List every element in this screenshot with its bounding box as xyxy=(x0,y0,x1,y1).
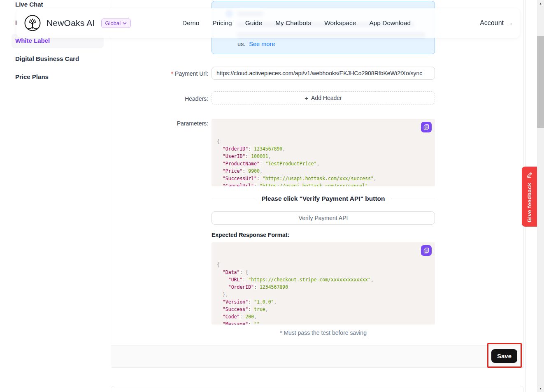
parameters-label: Parameters: xyxy=(111,120,208,127)
nav-item-guide[interactable]: Guide xyxy=(245,19,262,27)
expected-response-label: Expected Response Format: xyxy=(212,232,289,238)
copy-parameters-button[interactable] xyxy=(421,122,432,132)
sidebar-item-white-label[interactable]: White Label xyxy=(15,37,50,44)
region-selector[interactable]: Global xyxy=(101,19,131,28)
parameters-code-block: { "OrderID": 1234567890, "UserID": 10000… xyxy=(212,119,435,186)
card-footer: Save xyxy=(111,345,523,367)
settings-sidebar: Live Chat I White Label Digital Business… xyxy=(0,0,111,392)
sidebar-item-live-chat[interactable]: Live Chat xyxy=(15,1,43,8)
nav-item-my-chatbots[interactable]: My Chatbots xyxy=(275,19,311,27)
reminder-text-end: us. xyxy=(237,41,245,47)
scrollbar-thumb[interactable] xyxy=(537,36,544,128)
newoaks-tree-logo xyxy=(24,14,41,32)
reminder-text: us.See more xyxy=(237,41,275,47)
account-link[interactable]: Account → xyxy=(480,8,513,38)
copy-icon xyxy=(423,124,429,130)
arrow-right-icon: → xyxy=(507,19,513,27)
add-header-label: Add Header xyxy=(311,95,342,101)
add-header-button[interactable]: + Add Header xyxy=(212,91,435,104)
response-code-block: { "Data": { "URL": "https://checkout.str… xyxy=(212,242,435,325)
headers-label: Headers: xyxy=(111,95,208,102)
sidebar-item-price-plans[interactable]: Price Plans xyxy=(15,73,49,80)
give-feedback-label: Give feedback xyxy=(526,183,532,223)
vertical-scrollbar[interactable]: ▲ ▼ xyxy=(537,0,544,392)
save-button[interactable]: Save xyxy=(491,349,517,363)
nav-item-demo[interactable]: Demo xyxy=(182,19,199,27)
nav-item-app-download[interactable]: App Download xyxy=(369,19,411,27)
nav-item-workspace[interactable]: Workspace xyxy=(324,19,356,27)
chevron-down-icon xyxy=(123,22,127,25)
nav-item-pricing[interactable]: Pricing xyxy=(212,19,232,27)
payment-url-label: *Payment Url: xyxy=(111,70,208,77)
save-note: * Must pass the test before saving xyxy=(212,329,435,336)
verify-divider: Please click "Verify Payment API" button xyxy=(212,195,435,202)
see-more-link[interactable]: See more xyxy=(249,41,275,47)
brand-name: NewOaks AI xyxy=(46,18,95,28)
pencil-icon xyxy=(526,171,533,179)
give-feedback-tab[interactable]: Give feedback xyxy=(522,167,537,227)
account-label: Account xyxy=(480,19,504,27)
main-nav: Demo Pricing Guide My Chatbots Workspace… xyxy=(182,8,411,38)
parameters-code: { "OrderID": 1234567890, "UserID": 10000… xyxy=(217,138,430,186)
next-section-card xyxy=(111,386,524,392)
divider-text: Please click "Verify Payment API" button xyxy=(261,195,385,202)
plus-icon: + xyxy=(305,95,308,102)
required-marker: * xyxy=(171,70,173,77)
copy-icon xyxy=(423,248,429,253)
scroll-up-arrow[interactable]: ▲ xyxy=(537,0,544,7)
brand: NewOaks AI Global xyxy=(24,8,131,38)
sidebar-item-digital-business-card[interactable]: Digital Business Card xyxy=(15,55,79,62)
scroll-down-arrow[interactable]: ▼ xyxy=(537,385,544,392)
settings-card: us.See more *Payment Url: Headers: + Add… xyxy=(111,0,524,368)
payment-url-input[interactable] xyxy=(212,67,435,80)
region-label: Global xyxy=(105,20,121,26)
verify-payment-api-button[interactable]: Verify Payment API xyxy=(212,211,435,225)
copy-response-button[interactable] xyxy=(421,245,432,256)
top-navigation-bar: NewOaks AI Global Demo Pricing Guide My … xyxy=(16,8,520,38)
response-code: { "Data": { "URL": "https://checkout.str… xyxy=(217,261,430,325)
